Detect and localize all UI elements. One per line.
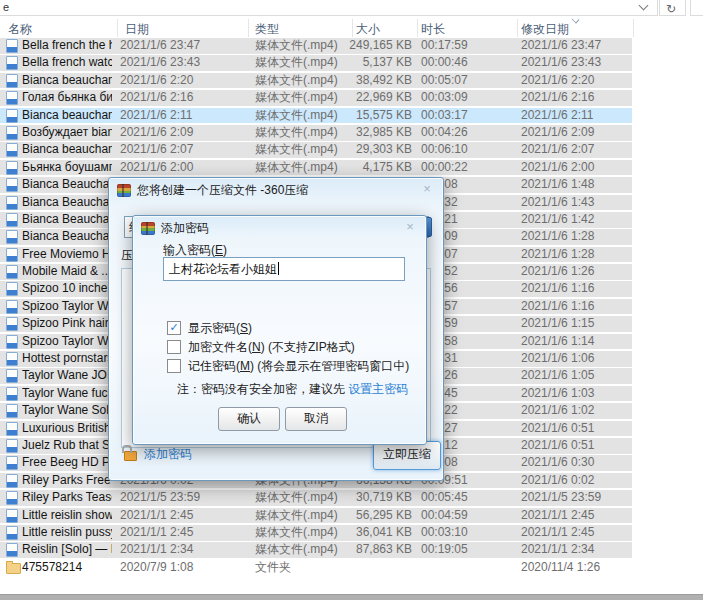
taskbar-edge [0, 594, 703, 600]
mp4-icon [6, 91, 18, 105]
column-divider [248, 19, 249, 37]
address-text: e [3, 1, 9, 13]
name-cell: Riley Parks Tease... [22, 490, 112, 506]
file-row[interactable]: Bella french the h... 2021/1/6 23:47 媒体文… [0, 38, 703, 54]
file-row[interactable]: Reislin [Solo] — D... 2021/1/1 2:34 媒体文件… [0, 542, 703, 558]
date-cell: 2021/1/1 2:34 [120, 542, 246, 558]
size-cell: 249,165 KB [334, 38, 412, 54]
mp4-icon [6, 352, 18, 366]
mp4-icon [6, 161, 18, 175]
chevron-down-icon[interactable] [639, 1, 649, 11]
file-row[interactable]: Bella french watch... 2021/1/6 23:43 媒体文… [0, 55, 703, 71]
date-cell: 2021/1/1 2:45 [120, 525, 246, 541]
column-header-modified[interactable]: 修改日期 [521, 21, 569, 38]
name-cell: Возбуждает bian... [22, 125, 112, 141]
close-icon[interactable]: × [401, 220, 419, 235]
add-password-row[interactable]: 添加密码 [124, 448, 192, 461]
close-icon[interactable]: × [418, 182, 436, 197]
address-bar[interactable]: e [0, 0, 658, 16]
file-row[interactable]: Bianca beaucham... 2021/1/6 2:20 媒体文件(.m… [0, 73, 703, 89]
show-password-checkbox-row[interactable]: ✓ 显示密码(S) [167, 321, 252, 335]
add-password-link[interactable]: 添加密码 [144, 448, 192, 461]
set-master-password-link[interactable]: 设置主密码 [348, 382, 408, 396]
size-cell: 22,969 KB [334, 90, 412, 106]
file-row[interactable]: Голая бьянка би... 2021/1/6 2:16 媒体文件(.m… [0, 90, 703, 106]
modified-cell: 2021/1/6 1:15 [521, 316, 633, 332]
name-cell: Spizoo Taylor Wa.. [22, 334, 112, 350]
unlocked-padlock-icon [124, 451, 137, 461]
mp4-icon [6, 74, 18, 88]
name-cell: 475578214 [22, 560, 112, 576]
column-header-size[interactable]: 大小 [356, 21, 380, 38]
name-cell: Bella french watch... [22, 55, 112, 71]
refresh-button[interactable]: ↻ [659, 0, 686, 16]
column-headers: 名称 日期 类型 大小 时长 修改日期 [0, 19, 703, 37]
compress-now-button[interactable]: 立即压缩 [373, 441, 441, 470]
name-cell: Juelz Rub that Sw... [22, 438, 112, 454]
checkbox-unchecked-icon[interactable] [167, 340, 181, 354]
checkbox-unchecked-icon[interactable] [167, 359, 181, 373]
name-cell: Free Moviemo H... [22, 247, 112, 263]
mp4-icon [6, 335, 18, 349]
search-box[interactable] [690, 0, 703, 16]
file-row[interactable]: Возбуждает bian... 2021/1/6 2:09 媒体文件(.m… [0, 125, 703, 141]
mp4-icon [6, 526, 18, 540]
mp4-icon [6, 282, 18, 296]
mp4-icon [6, 387, 18, 401]
checkbox-label: 加密文件名(N) (不支持ZIP格式) [188, 339, 355, 356]
name-cell: Голая бьянка би... [22, 90, 112, 106]
name-cell: Free Beeg HD Po.. [22, 455, 112, 471]
checkbox-checked-icon[interactable]: ✓ [167, 321, 181, 335]
modified-cell: 2021/1/6 1:48 [521, 177, 633, 193]
date-cell: 2021/1/6 23:43 [120, 55, 246, 71]
column-header-name[interactable]: 名称 [8, 21, 32, 38]
name-cell: Reislin [Solo] — D... [22, 542, 112, 558]
date-cell: 2021/1/6 2:16 [120, 90, 246, 106]
date-cell: 2021/1/6 2:11 [120, 108, 246, 124]
date-cell: 2021/1/6 2:07 [120, 142, 246, 158]
modified-cell: 2021/1/6 1:28 [521, 247, 633, 263]
duration-cell: 00:05:07 [421, 73, 517, 89]
column-divider [352, 19, 353, 37]
file-row[interactable]: Bianca beaucham... 2021/1/6 2:11 媒体文件(.m… [0, 108, 703, 124]
file-row[interactable]: 475578214 2020/7/9 1:08 文件夹 2020/11/4 1:… [0, 560, 703, 576]
date-cell: 2021/1/1 2:45 [120, 508, 246, 524]
size-cell: 32,985 KB [334, 125, 412, 141]
column-header-type[interactable]: 类型 [255, 21, 279, 38]
file-row[interactable]: Little reislin show... 2021/1/1 2:45 媒体文… [0, 508, 703, 524]
modified-cell: 2021/1/6 0:02 [521, 473, 633, 489]
file-row[interactable]: Riley Parks Tease... 2021/1/5 23:59 媒体文件… [0, 490, 703, 506]
column-header-duration[interactable]: 时长 [421, 21, 445, 38]
duration-cell: 00:00:46 [421, 55, 517, 71]
modified-cell: 2021/1/5 23:59 [521, 490, 633, 506]
file-row[interactable]: Little reislin pussy... 2021/1/1 2:45 媒体… [0, 525, 703, 541]
folder-icon [6, 563, 21, 574]
remember-password-checkbox-row[interactable]: 记住密码(M) (将会显示在管理密码窗口中) [167, 359, 409, 373]
name-cell: Bianca Beaucham... [22, 177, 112, 193]
size-cell: 5,137 KB [334, 55, 412, 71]
duration-cell: 00:05:45 [421, 490, 517, 506]
top-bar: e ↻ [0, 0, 703, 17]
file-row[interactable]: Бьянка боушамп... 2021/1/6 2:00 媒体文件(.mp… [0, 160, 703, 176]
column-header-date[interactable]: 日期 [125, 21, 149, 38]
modified-cell: 2021/1/6 2:20 [521, 73, 633, 89]
modified-cell: 2021/1/6 1:02 [521, 403, 633, 419]
duration-cell: 00:17:59 [421, 38, 517, 54]
checkbox-label: 记住密码(M) (将会显示在管理密码窗口中) [188, 358, 409, 375]
checkbox-label: 显示密码(S) [188, 320, 252, 337]
file-row[interactable]: Bianca beaucham... 2021/1/6 2:07 媒体文件(.m… [0, 142, 703, 158]
encrypt-filename-checkbox-row[interactable]: 加密文件名(N) (不支持ZIP格式) [167, 340, 355, 354]
confirm-button[interactable]: 确认 [218, 407, 280, 431]
column-divider [633, 19, 634, 37]
mp4-icon [6, 369, 18, 383]
type-cell: 文件夹 [255, 560, 351, 576]
password-input[interactable]: 上村花论坛看小姐姐 [163, 257, 405, 281]
mp4-icon [6, 439, 18, 453]
mp4-icon [6, 213, 18, 227]
column-divider [417, 19, 418, 37]
mp4-icon [6, 491, 18, 505]
mp4-icon [6, 300, 18, 314]
360zip-app-icon [117, 184, 131, 197]
cancel-button[interactable]: 取消 [285, 407, 347, 431]
security-note: 注：密码没有安全加密，建议先 设置主密码 [177, 381, 408, 398]
